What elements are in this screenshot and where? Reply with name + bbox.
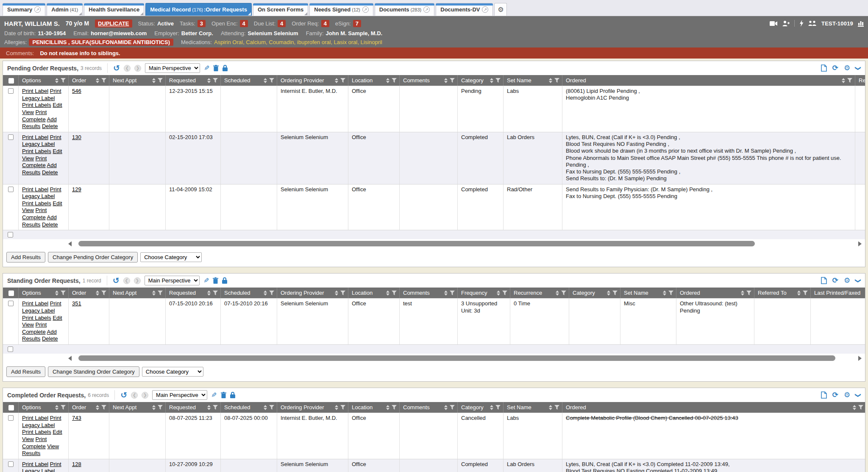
order-link[interactable]: 351 xyxy=(72,300,81,307)
tab-documents[interactable]: Documents (283) ↗ xyxy=(375,3,434,16)
filter-icon[interactable] xyxy=(450,405,455,410)
column-header-order[interactable]: Order xyxy=(68,75,109,86)
option-link[interactable]: Print Labels xyxy=(22,200,51,207)
tab-summary[interactable]: Summary ↗ xyxy=(3,3,45,16)
column-header-scheduled[interactable]: Scheduled xyxy=(220,75,277,86)
filter-icon[interactable] xyxy=(158,405,163,410)
trash-icon[interactable] xyxy=(213,65,219,71)
scroll-right-icon[interactable] xyxy=(858,356,862,361)
nav-forward-icon[interactable]: ❯ xyxy=(134,277,141,284)
option-link[interactable]: Delete xyxy=(42,335,58,342)
sort-icon[interactable] xyxy=(490,78,493,83)
column-header-order[interactable]: Order xyxy=(68,402,109,413)
column-header-set-name[interactable]: Set Name xyxy=(620,288,676,298)
option-link[interactable]: View xyxy=(22,436,34,442)
column-header-referred-to[interactable]: Refe xyxy=(855,75,865,86)
filter-icon[interactable] xyxy=(803,290,808,295)
column-header-options[interactable]: Options xyxy=(18,402,68,413)
filter-icon[interactable] xyxy=(668,290,673,295)
sort-icon[interactable] xyxy=(55,78,58,83)
tab-on-screen-forms[interactable]: On Screen Forms xyxy=(253,3,308,16)
filter-icon[interactable] xyxy=(858,405,863,410)
sort-icon[interactable] xyxy=(549,405,552,410)
column-header-frequency[interactable]: Frequency xyxy=(457,288,510,298)
option-link[interactable]: Complete xyxy=(22,116,46,123)
filter-icon[interactable] xyxy=(554,405,559,410)
filter-icon[interactable] xyxy=(340,78,345,83)
filter-icon[interactable] xyxy=(495,405,501,410)
row-checkbox[interactable] xyxy=(8,187,14,192)
collapse-chevron-icon[interactable]: ❯ xyxy=(855,393,861,398)
option-link[interactable]: Print Label xyxy=(22,88,48,94)
medication-link[interactable]: Calcium xyxy=(246,39,266,45)
popout-icon[interactable]: ↗ xyxy=(34,6,41,13)
filter-icon[interactable] xyxy=(101,290,106,295)
order-link[interactable]: 743 xyxy=(72,415,81,421)
column-header-order[interactable]: Order xyxy=(68,288,109,298)
filter-icon[interactable] xyxy=(746,290,751,295)
filter-icon[interactable] xyxy=(340,290,345,295)
sort-icon[interactable] xyxy=(444,290,448,296)
sort-icon[interactable] xyxy=(96,78,99,83)
filter-icon[interactable] xyxy=(561,290,566,295)
filter-icon[interactable] xyxy=(340,405,345,410)
column-header-location[interactable]: Location xyxy=(348,288,399,298)
sort-icon[interactable] xyxy=(264,405,267,410)
filter-icon[interactable] xyxy=(101,405,106,410)
sort-icon[interactable] xyxy=(497,290,500,296)
select-all-checkbox[interactable] xyxy=(8,405,14,411)
row-checkbox[interactable] xyxy=(8,461,14,467)
row-checkbox[interactable] xyxy=(8,301,14,306)
sort-icon[interactable] xyxy=(797,290,801,296)
filter-icon[interactable] xyxy=(392,290,397,295)
row-checkbox[interactable] xyxy=(8,232,13,237)
filter-icon[interactable] xyxy=(392,78,397,83)
nav-back-icon[interactable]: ❮ xyxy=(123,277,130,284)
nav-forward-icon[interactable]: ❯ xyxy=(134,65,141,72)
sort-icon[interactable] xyxy=(264,290,267,296)
column-header-ordered[interactable]: Ordered xyxy=(562,402,865,413)
filter-icon[interactable] xyxy=(495,78,501,83)
option-link[interactable]: Edit xyxy=(53,148,62,154)
filter-icon[interactable] xyxy=(101,78,106,83)
column-header-comments[interactable]: Comments xyxy=(399,75,457,86)
sort-icon[interactable] xyxy=(335,405,338,410)
row-checkbox[interactable] xyxy=(8,88,14,94)
filter-icon[interactable] xyxy=(158,290,163,295)
option-link[interactable]: Print Label xyxy=(22,415,48,421)
column-header-location[interactable]: Location xyxy=(348,402,399,413)
undo-icon[interactable]: ↺ xyxy=(113,276,120,285)
sort-icon[interactable] xyxy=(207,290,211,296)
sort-icon[interactable] xyxy=(386,290,389,296)
people-icon[interactable] xyxy=(808,20,817,26)
option-link[interactable]: Edit xyxy=(53,200,62,207)
option-link[interactable]: Print Labels xyxy=(22,102,51,108)
option-link[interactable]: Complete xyxy=(22,214,46,221)
order-link[interactable]: 128 xyxy=(72,461,81,467)
option-link[interactable]: Print xyxy=(36,436,47,442)
scroll-left-icon[interactable] xyxy=(68,356,72,361)
filter-icon[interactable] xyxy=(554,78,559,83)
column-header-comments[interactable]: Comments xyxy=(399,402,457,413)
tab-medical-record-order-requests[interactable]: Medical Record (176) :Order Requests xyxy=(145,3,252,16)
column-header-comments[interactable]: Comments xyxy=(399,288,457,298)
filter-icon[interactable] xyxy=(502,290,507,295)
scroll-right-icon[interactable] xyxy=(858,241,862,246)
allergies-badge[interactable]: PENICILLINS , SULFA(SULFONAMIDE ANTIBIOT… xyxy=(29,39,173,46)
tab-settings[interactable]: ⚙ xyxy=(494,3,507,16)
filter-icon[interactable] xyxy=(392,405,397,410)
refresh-icon[interactable]: ⟳ xyxy=(832,277,838,284)
video-camera-icon[interactable] xyxy=(770,21,778,26)
lock-icon[interactable] xyxy=(230,392,235,398)
filter-icon[interactable] xyxy=(213,405,218,410)
choose-category-select[interactable]: Choose Category xyxy=(140,252,202,262)
column-header-category[interactable]: Category xyxy=(457,75,503,86)
medication-link[interactable]: Coumadin xyxy=(269,39,294,45)
option-link[interactable]: Print Labels xyxy=(22,429,51,435)
column-header-scheduled[interactable]: Scheduled xyxy=(220,402,277,413)
column-header-requested[interactable]: Requested xyxy=(165,402,220,413)
option-link[interactable]: View xyxy=(22,207,34,213)
sort-icon[interactable] xyxy=(549,78,552,83)
filter-icon[interactable] xyxy=(847,78,852,83)
sort-icon[interactable] xyxy=(152,405,156,410)
